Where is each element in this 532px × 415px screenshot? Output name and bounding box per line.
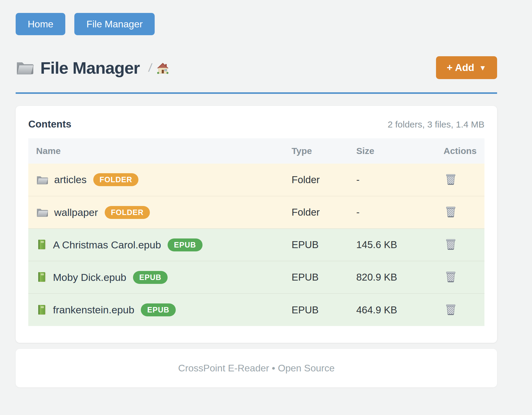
- delete-button[interactable]: [444, 269, 457, 284]
- header-row: Name Type Size Actions: [28, 138, 484, 164]
- page-container: Home File Manager File Manager / + Add ▼…: [16, 0, 497, 387]
- actions-cell: [417, 196, 484, 229]
- name-cell: A Christmas Carol.epub EPUB: [28, 229, 292, 261]
- nav-home-button[interactable]: Home: [16, 13, 65, 35]
- name-cell: frankenstein.epub EPUB: [28, 294, 292, 326]
- file-type-badge: EPUB: [133, 271, 168, 284]
- file-name[interactable]: wallpaper: [54, 207, 98, 218]
- file-type: EPUB: [292, 261, 356, 294]
- delete-button[interactable]: [444, 172, 457, 186]
- column-header-actions: Actions: [417, 138, 484, 164]
- file-name[interactable]: articles: [54, 174, 87, 186]
- footer-card: CrossPoint E-Reader • Open Source: [16, 349, 497, 387]
- file-name[interactable]: Moby Dick.epub: [53, 272, 126, 283]
- file-type-badge: EPUB: [168, 238, 202, 251]
- folder-icon: [36, 175, 48, 185]
- name-cell: wallpaper FOLDER: [28, 196, 292, 229]
- trash-icon: [446, 173, 456, 185]
- footer-text: CrossPoint E-Reader • Open Source: [178, 363, 335, 374]
- contents-card-header: Contents 2 folders, 3 files, 1.4 MB: [28, 118, 484, 130]
- file-type-badge: FOLDER: [93, 173, 139, 186]
- page-header: File Manager / + Add ▼: [16, 56, 497, 79]
- file-type-badge: EPUB: [141, 303, 175, 316]
- page-title: File Manager: [40, 58, 140, 78]
- file-type: Folder: [292, 164, 356, 196]
- file-name[interactable]: frankenstein.epub: [53, 304, 134, 316]
- actions-cell: [417, 229, 484, 261]
- trash-icon: [446, 238, 456, 250]
- table-row[interactable]: Moby Dick.epub EPUB EPUB 820.9 KB: [28, 261, 484, 294]
- file-size: 145.6 KB: [356, 229, 417, 261]
- delete-button[interactable]: [444, 302, 457, 317]
- column-header-name: Name: [28, 138, 292, 164]
- book-icon: [37, 272, 47, 283]
- file-type: EPUB: [292, 294, 356, 326]
- add-button-label: + Add: [447, 62, 474, 73]
- folder-icon: [16, 60, 34, 75]
- contents-title: Contents: [28, 118, 71, 130]
- table-row[interactable]: articles FOLDER Folder -: [28, 164, 484, 196]
- title-divider: [16, 92, 497, 94]
- title-block: File Manager /: [16, 58, 169, 78]
- file-name[interactable]: A Christmas Carol.epub: [53, 239, 161, 251]
- actions-cell: [417, 164, 484, 196]
- contents-summary: 2 folders, 3 files, 1.4 MB: [388, 119, 484, 130]
- book-icon: [37, 239, 47, 251]
- table-row[interactable]: A Christmas Carol.epub EPUB EPUB 145.6 K…: [28, 229, 484, 261]
- contents-card: Contents 2 folders, 3 files, 1.4 MB Name…: [16, 106, 497, 343]
- house-icon[interactable]: [157, 63, 169, 75]
- file-size: -: [356, 196, 417, 229]
- file-type: Folder: [292, 196, 356, 229]
- name-cell: Moby Dick.epub EPUB: [28, 261, 292, 294]
- trash-icon: [446, 303, 456, 315]
- file-table: Name Type Size Actions articles FOLDER F…: [28, 138, 484, 326]
- file-table-head: Name Type Size Actions: [28, 138, 484, 164]
- folder-icon: [36, 207, 48, 217]
- file-size: -: [356, 164, 417, 196]
- trash-icon: [446, 271, 456, 283]
- actions-cell: [417, 294, 484, 326]
- delete-button[interactable]: [444, 204, 457, 219]
- file-size: 820.9 KB: [356, 261, 417, 294]
- name-cell: articles FOLDER: [28, 164, 292, 196]
- trash-icon: [446, 206, 456, 218]
- table-row[interactable]: frankenstein.epub EPUB EPUB 464.9 KB: [28, 294, 484, 326]
- file-type-badge: FOLDER: [105, 206, 150, 219]
- file-size: 464.9 KB: [356, 294, 417, 326]
- top-nav: Home File Manager: [16, 0, 497, 35]
- table-row[interactable]: wallpaper FOLDER Folder -: [28, 196, 484, 229]
- add-button[interactable]: + Add ▼: [436, 56, 497, 79]
- breadcrumb-separator: /: [148, 61, 153, 74]
- file-type: EPUB: [292, 229, 356, 261]
- nav-file-manager-button[interactable]: File Manager: [74, 13, 155, 35]
- file-table-body: articles FOLDER Folder - wallpaper FOLDE…: [28, 164, 484, 326]
- column-header-size: Size: [356, 138, 417, 164]
- delete-button[interactable]: [444, 237, 457, 251]
- chevron-down-icon: ▼: [479, 64, 486, 72]
- column-header-type: Type: [292, 138, 356, 164]
- book-icon: [37, 304, 47, 316]
- actions-cell: [417, 261, 484, 294]
